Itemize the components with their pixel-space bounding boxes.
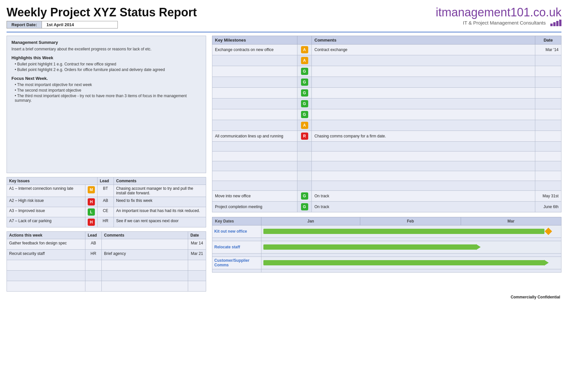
gantt-bar-cell	[261, 225, 561, 238]
action-name: Gather feedback fon design spec	[7, 239, 85, 249]
milestone-date	[535, 141, 561, 151]
action-comment	[102, 270, 188, 281]
issue-badge: H	[88, 219, 95, 226]
milestone-date	[535, 77, 561, 87]
brand-name: itmanagement101.co.uk	[436, 6, 561, 19]
milestone-name	[212, 87, 297, 98]
issue-lead: CE	[98, 207, 114, 217]
brand-subtitle: IT & Project Management Consultants	[463, 20, 561, 26]
focus-title: Focus Next Week.	[11, 76, 201, 81]
action-date: Mar 14	[188, 239, 206, 249]
gantt-sub-row	[212, 253, 561, 257]
milestone-badge-cell: R	[297, 131, 312, 141]
issue-lead: HR	[98, 217, 114, 227]
milestone-comment	[312, 77, 535, 87]
table-row: A	[212, 120, 561, 131]
list-item: Bullet point highlight 2 e.g. Orders for…	[15, 67, 201, 72]
milestone-badge-cell	[297, 151, 312, 161]
right-column: Key Milestones Comments Date Exchange co…	[212, 36, 561, 273]
table-row	[212, 171, 561, 181]
action-name: Recruit security staff	[7, 249, 85, 260]
gantt-sub-row	[212, 269, 561, 272]
milestone-badge: G	[301, 89, 308, 97]
milestone-badge-cell: G	[297, 87, 312, 98]
action-date: Mar 21	[188, 249, 206, 260]
gantt-bar-cell	[261, 257, 561, 269]
table-row	[212, 141, 561, 151]
milestone-name	[212, 120, 297, 131]
milestone-badge: G	[301, 203, 308, 210]
gantt-feb-header: Feb	[360, 217, 461, 225]
issue-comment: Chasing account manager to try and pull …	[114, 185, 206, 197]
milestone-badge: G	[301, 192, 308, 200]
milestone-comment	[312, 171, 535, 181]
milestone-badge-cell: A	[297, 44, 312, 55]
milestone-name	[212, 98, 297, 109]
milestone-badge-cell: G	[297, 109, 312, 120]
action-name	[7, 281, 85, 291]
milestone-comment	[312, 151, 535, 161]
table-row: G	[212, 77, 561, 87]
milestones-header: Key Milestones	[212, 36, 297, 44]
key-issues-section: Key Issues Lead Comments A1 – Internet c…	[7, 177, 206, 227]
milestone-badge: G	[301, 68, 308, 75]
milestone-badge-cell: G	[297, 66, 312, 77]
milestone-date	[535, 161, 561, 171]
milestone-name: All communication lines up and running	[212, 131, 297, 141]
milestone-name: Exchange contracts on new office	[212, 44, 297, 55]
left-column: Management Summary Insert a brief commen…	[7, 36, 206, 292]
gantt-row-label: Relocate staff	[212, 241, 261, 253]
milestone-comment	[312, 120, 535, 131]
gantt-diamond	[544, 228, 552, 235]
milestone-date	[535, 131, 561, 141]
milestones-comments-header: Comments	[312, 36, 535, 44]
mgmt-summary-title: Management Summary	[11, 40, 201, 45]
milestone-name	[212, 109, 297, 120]
milestone-date	[535, 181, 561, 190]
key-issues-header: Key Issues	[7, 177, 98, 185]
milestone-date	[535, 55, 561, 66]
confidential-footer: Commercially Confidential	[7, 295, 561, 299]
bar-chart-icon	[550, 20, 561, 26]
table-row	[7, 260, 206, 270]
milestone-name	[212, 181, 297, 190]
list-item: The second most important objective	[15, 88, 201, 93]
milestone-comment: Contract exchange	[312, 44, 535, 55]
milestone-date	[535, 109, 561, 120]
actions-date-header: Date	[188, 231, 206, 239]
milestone-badge-cell: A	[297, 120, 312, 131]
issue-badge-cell: L	[85, 207, 98, 217]
milestone-name	[212, 171, 297, 181]
issue-name: A2 – High risk issue	[7, 197, 85, 207]
milestone-badge: A	[301, 57, 308, 64]
issue-badge: H	[88, 198, 95, 205]
table-row	[212, 181, 561, 190]
milestone-badge: A	[301, 46, 308, 53]
gantt-row: Relocate staff	[212, 241, 561, 253]
actions-comments-header: Comments	[102, 231, 188, 239]
table-row: A7 – Lack of car parking H HR See if we …	[7, 217, 206, 227]
actions-header: Actions this week	[7, 231, 85, 239]
report-date-row: Report Date: 1st April 2014	[7, 21, 118, 28]
milestone-comment	[312, 109, 535, 120]
action-name	[7, 260, 85, 270]
milestone-badge-cell	[297, 181, 312, 190]
milestone-name	[212, 161, 297, 171]
milestone-badge: G	[301, 111, 308, 118]
action-comment	[102, 260, 188, 270]
table-row	[7, 281, 206, 291]
issue-name: A1 – Internet connection running late	[7, 185, 85, 197]
key-issues-comments-header: Comments	[114, 177, 206, 185]
table-row: All communication lines up and running R…	[212, 131, 561, 141]
action-comment: Brief agency	[102, 249, 188, 260]
milestone-date: Mar '14	[535, 44, 561, 55]
milestone-date	[535, 87, 561, 98]
table-row: Move into new office G On track May 31st	[212, 190, 561, 201]
gantt-key-dates-header: Key Dates	[212, 217, 261, 225]
milestone-date	[535, 120, 561, 131]
milestone-date	[535, 66, 561, 77]
header-right: itmanagement101.co.uk IT & Project Manag…	[436, 6, 561, 26]
milestone-badge: R	[301, 133, 308, 140]
table-row: A	[212, 55, 561, 66]
action-lead	[85, 260, 102, 270]
